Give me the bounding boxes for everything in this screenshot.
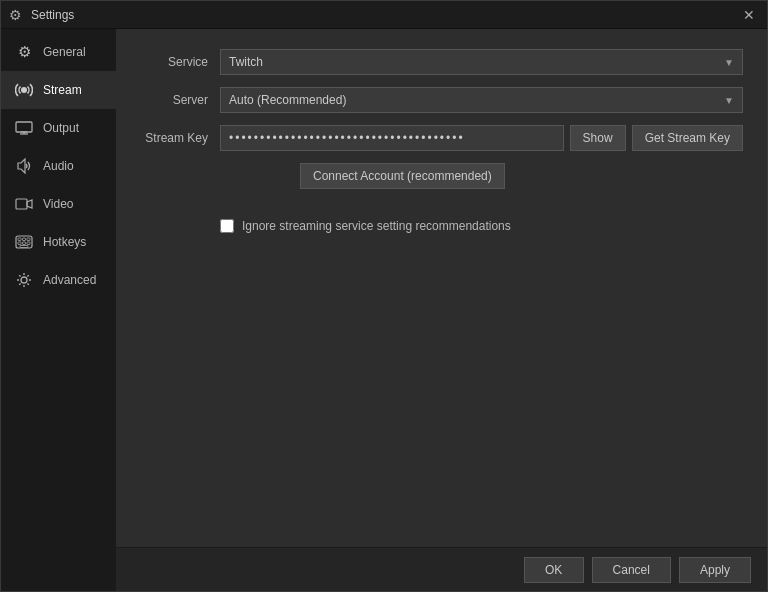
sidebar: ⚙ General Stream xyxy=(1,29,116,591)
server-control: Auto (Recommended) ▼ xyxy=(220,87,743,113)
stream-key-control: Show Get Stream Key xyxy=(220,125,743,151)
main-content-area: ⚙ General Stream xyxy=(1,29,767,591)
advanced-icon xyxy=(15,271,33,289)
svg-rect-11 xyxy=(23,242,26,245)
audio-icon xyxy=(15,157,33,175)
footer: OK Cancel Apply xyxy=(116,547,767,591)
server-dropdown-arrow: ▼ xyxy=(724,95,734,106)
stream-key-label: Stream Key xyxy=(140,131,220,145)
svg-point-14 xyxy=(21,277,27,283)
sidebar-item-video[interactable]: Video xyxy=(1,185,116,223)
stream-settings: Service Twitch ▼ Server Auto (Recommende… xyxy=(116,29,767,547)
svg-rect-5 xyxy=(16,199,27,209)
service-select[interactable]: Twitch ▼ xyxy=(220,49,743,75)
sidebar-label-video: Video xyxy=(43,197,73,211)
connect-account-button[interactable]: Connect Account (recommended) xyxy=(300,163,505,189)
gear-icon: ⚙ xyxy=(15,43,33,61)
server-value: Auto (Recommended) xyxy=(229,93,346,107)
sidebar-item-advanced[interactable]: Advanced xyxy=(1,261,116,299)
sidebar-item-output[interactable]: Output xyxy=(1,109,116,147)
connect-account-row: Connect Account (recommended) xyxy=(140,163,743,189)
svg-point-0 xyxy=(21,87,27,93)
sidebar-label-stream: Stream xyxy=(43,83,82,97)
svg-rect-1 xyxy=(16,122,32,132)
sidebar-label-advanced: Advanced xyxy=(43,273,96,287)
video-icon xyxy=(15,195,33,213)
stream-icon xyxy=(15,81,33,99)
output-icon xyxy=(15,119,33,137)
apply-button[interactable]: Apply xyxy=(679,557,751,583)
service-row: Service Twitch ▼ xyxy=(140,49,743,75)
svg-rect-13 xyxy=(20,246,28,248)
sidebar-item-stream[interactable]: Stream xyxy=(1,71,116,109)
sidebar-item-audio[interactable]: Audio xyxy=(1,147,116,185)
ignore-checkbox[interactable] xyxy=(220,219,234,233)
sidebar-label-general: General xyxy=(43,45,86,59)
sidebar-label-audio: Audio xyxy=(43,159,74,173)
window-icon: ⚙ xyxy=(9,7,25,23)
server-row: Server Auto (Recommended) ▼ xyxy=(140,87,743,113)
ignore-checkbox-label: Ignore streaming service setting recomme… xyxy=(242,219,511,233)
show-button[interactable]: Show xyxy=(570,125,626,151)
get-stream-key-button[interactable]: Get Stream Key xyxy=(632,125,743,151)
stream-key-input[interactable] xyxy=(220,125,564,151)
svg-rect-8 xyxy=(23,238,26,241)
window-title: Settings xyxy=(31,8,739,22)
stream-key-row: Stream Key Show Get Stream Key xyxy=(140,125,743,151)
sidebar-label-output: Output xyxy=(43,121,79,135)
server-select[interactable]: Auto (Recommended) ▼ xyxy=(220,87,743,113)
service-dropdown-arrow: ▼ xyxy=(724,57,734,68)
title-bar: ⚙ Settings ✕ xyxy=(1,1,767,29)
cancel-button[interactable]: Cancel xyxy=(592,557,671,583)
settings-panel: Service Twitch ▼ Server Auto (Recommende… xyxy=(116,29,767,591)
server-label: Server xyxy=(140,93,220,107)
hotkeys-icon xyxy=(15,233,33,251)
sidebar-item-hotkeys[interactable]: Hotkeys xyxy=(1,223,116,261)
close-button[interactable]: ✕ xyxy=(739,5,759,25)
ok-button[interactable]: OK xyxy=(524,557,584,583)
sidebar-item-general[interactable]: ⚙ General xyxy=(1,33,116,71)
svg-rect-12 xyxy=(27,242,30,245)
settings-window: ⚙ Settings ✕ ⚙ General St xyxy=(0,0,768,592)
service-control: Twitch ▼ xyxy=(220,49,743,75)
service-value: Twitch xyxy=(229,55,263,69)
svg-rect-10 xyxy=(18,242,21,245)
svg-rect-9 xyxy=(27,238,30,241)
ignore-checkbox-row: Ignore streaming service setting recomme… xyxy=(140,219,743,233)
service-label: Service xyxy=(140,55,220,69)
svg-rect-7 xyxy=(18,238,21,241)
sidebar-label-hotkeys: Hotkeys xyxy=(43,235,86,249)
